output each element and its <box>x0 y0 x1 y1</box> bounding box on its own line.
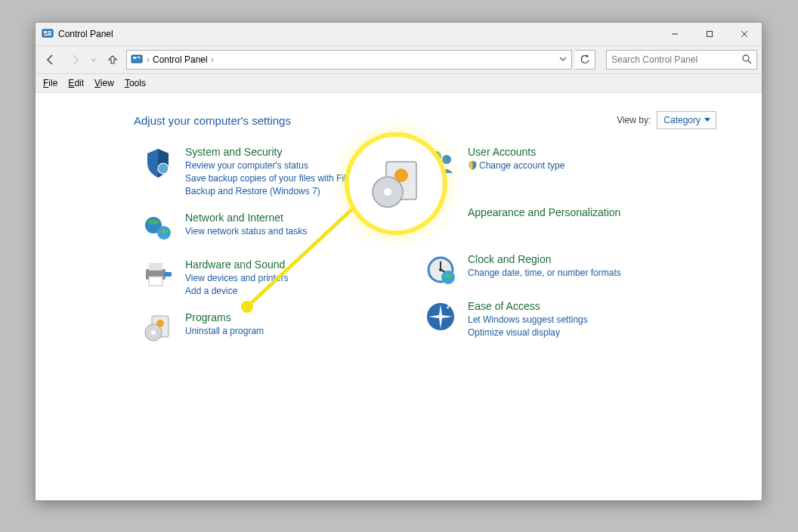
breadcrumb-separator: › <box>211 54 214 65</box>
svg-point-31 <box>439 268 442 271</box>
svg-rect-4 <box>44 35 51 36</box>
svg-rect-19 <box>149 263 162 271</box>
minimize-button[interactable] <box>657 23 692 45</box>
search-input[interactable]: Search Control Panel <box>606 50 757 70</box>
category-hardware-sound: Hardware and Sound View devices and prin… <box>141 258 413 298</box>
view-by-dropdown[interactable]: Category <box>657 111 716 129</box>
address-dropdown-icon[interactable] <box>559 54 567 65</box>
menu-file[interactable]: File <box>43 78 57 88</box>
up-button[interactable] <box>102 49 123 70</box>
window-title: Control Panel <box>58 29 113 39</box>
category-title[interactable]: User Accounts <box>468 146 696 158</box>
link-optimize-display[interactable]: Optimize visual display <box>468 326 696 339</box>
categories-right-column: User Accounts Change account type <box>424 146 696 345</box>
svg-point-25 <box>151 330 156 335</box>
back-button[interactable] <box>40 49 61 70</box>
breadcrumb-separator: › <box>147 54 150 65</box>
menu-view[interactable]: View <box>94 78 114 88</box>
category-clock-region: Clock and Region Change date, time, or n… <box>424 253 696 286</box>
svg-rect-6 <box>707 32 713 37</box>
menu-edit[interactable]: Edit <box>68 78 84 88</box>
svg-rect-2 <box>48 31 51 32</box>
menu-bar: File Edit View Tools <box>36 74 762 93</box>
svg-point-39 <box>384 188 391 196</box>
address-field[interactable]: › Control Panel › <box>126 50 572 70</box>
printer-icon <box>141 258 175 292</box>
callout-magnifier <box>349 137 443 230</box>
ease-of-access-icon <box>424 300 457 333</box>
category-title[interactable]: Appearance and Personalization <box>468 206 696 218</box>
link-uninstall-program[interactable]: Uninstall a program <box>185 325 413 338</box>
page-heading: Adjust your computer's settings <box>134 114 617 127</box>
close-button[interactable] <box>727 23 762 45</box>
titlebar: Control Panel <box>36 23 762 46</box>
link-devices-printers[interactable]: View devices and printers <box>185 272 413 285</box>
svg-point-27 <box>442 155 451 164</box>
shield-icon <box>141 146 175 179</box>
refresh-button[interactable] <box>575 50 595 70</box>
svg-rect-3 <box>48 33 51 35</box>
link-date-time-formats[interactable]: Change date, time, or number formats <box>468 267 696 280</box>
programs-icon <box>141 311 175 345</box>
maximize-button[interactable] <box>692 23 727 45</box>
view-by-value: Category <box>663 115 701 125</box>
category-programs: Programs Uninstall a program <box>141 311 413 345</box>
view-by-label: View by: <box>617 115 651 125</box>
category-ease-of-access: Ease of Access Let Windows suggest setti… <box>424 300 696 339</box>
svg-line-13 <box>748 60 751 63</box>
link-change-account-type[interactable]: Change account type <box>468 159 696 172</box>
control-panel-window: Control Panel <box>35 22 762 501</box>
app-icon <box>42 28 54 40</box>
category-title[interactable]: Ease of Access <box>468 300 696 312</box>
category-title[interactable]: Hardware and Sound <box>185 258 413 271</box>
globe-icon <box>141 212 175 245</box>
link-add-device[interactable]: Add a device <box>185 285 413 298</box>
category-appearance: Appearance and Personalization <box>424 206 696 240</box>
svg-rect-11 <box>137 57 141 58</box>
category-user-accounts: User Accounts Change account type <box>424 146 696 179</box>
svg-rect-21 <box>164 272 172 277</box>
programs-icon-large <box>367 154 425 213</box>
recent-locations-dropdown[interactable] <box>88 49 99 70</box>
content-area: Adjust your computer's settings View by:… <box>36 93 762 500</box>
breadcrumb-control-panel[interactable]: Control Panel <box>153 54 208 65</box>
menu-tools[interactable]: Tools <box>125 78 146 88</box>
svg-rect-1 <box>44 31 47 33</box>
view-by: View by: Category <box>617 111 716 129</box>
category-title[interactable]: Programs <box>185 311 413 323</box>
svg-rect-10 <box>133 57 136 59</box>
search-placeholder: Search Control Panel <box>611 54 741 65</box>
svg-rect-20 <box>149 277 162 286</box>
svg-point-14 <box>158 163 169 174</box>
clock-icon <box>424 253 457 286</box>
address-bar: › Control Panel › Search Control Panel <box>36 46 762 74</box>
control-panel-icon <box>130 54 144 66</box>
svg-point-12 <box>743 55 749 61</box>
search-icon <box>741 54 752 66</box>
link-suggest-settings[interactable]: Let Windows suggest settings <box>468 314 696 326</box>
category-title[interactable]: Clock and Region <box>468 253 696 265</box>
forward-button[interactable] <box>64 49 85 70</box>
